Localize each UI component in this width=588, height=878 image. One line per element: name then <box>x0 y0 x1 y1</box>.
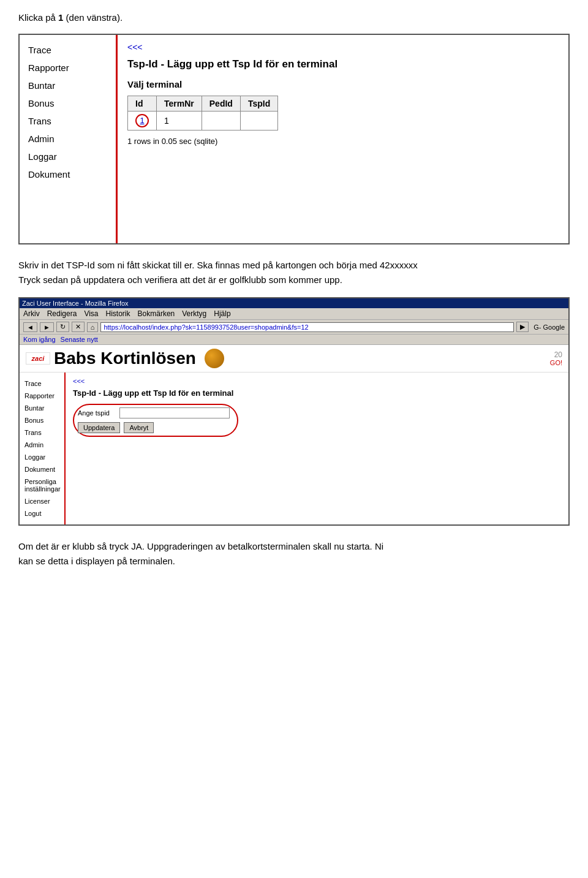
sidebar-1: Trace Rapporter Buntar Bonus Trans Admin… <box>20 35 118 243</box>
menu-verktyg[interactable]: Verktyg <box>182 309 206 318</box>
bookmark-kom-igang[interactable]: Kom igång <box>23 336 56 343</box>
zaci-logo: zaci <box>26 352 50 365</box>
browser-body: zaci Babs Kortinlösen 20 GO! Trace Rappo… <box>20 345 568 524</box>
app-name: Babs Kortinlösen <box>54 349 196 368</box>
bs-item-admin[interactable]: Admin <box>20 439 64 451</box>
section-title-1: Välj terminal <box>127 79 559 89</box>
menu-visa[interactable]: Visa <box>84 309 98 318</box>
browser-toolbar: ◄ ► ↻ ✕ ⌂ ▶ G- Google <box>20 320 568 335</box>
cell-id[interactable]: 1 <box>128 112 157 131</box>
sidebar-item-trace[interactable]: Trace <box>20 41 116 59</box>
bs-item-bonus[interactable]: Bonus <box>20 414 64 426</box>
menu-arkiv[interactable]: Arkiv <box>23 309 40 318</box>
intro-text-before: Klicka på <box>18 12 58 23</box>
app-header: zaci Babs Kortinlösen 20 GO! <box>20 345 568 373</box>
sidebar-item-rapporter[interactable]: Rapporter <box>20 59 116 77</box>
browser-sidebar: Trace Rapporter Buntar Bonus Trans Admin… <box>20 373 66 524</box>
tspid-input[interactable] <box>119 407 230 418</box>
browser-inner-layout: Trace Rapporter Buntar Bonus Trans Admin… <box>20 373 568 524</box>
row-id-link[interactable]: 1 <box>135 114 149 127</box>
footer-line1: Om det är er klubb så tryck JA. Uppgrade… <box>18 541 383 551</box>
header-right-number: 20 <box>550 350 562 359</box>
footer-line2: kan se detta i displayen på terminalen. <box>18 556 175 566</box>
bs-item-buntar[interactable]: Buntar <box>20 402 64 414</box>
main-content-1: <<< Tsp-Id - Lägg upp ett Tsp Id för en … <box>118 35 568 243</box>
col-header-termnr: TermNr <box>157 96 202 112</box>
rows-info: 1 rows in 0.05 sec (sqlite) <box>127 137 559 146</box>
header-go-label: GO! <box>550 359 562 366</box>
sidebar-item-dokument[interactable]: Dokument <box>20 165 116 183</box>
sidebar-item-bonus[interactable]: Bonus <box>20 94 116 112</box>
sidebar-item-admin[interactable]: Admin <box>20 130 116 148</box>
form-buttons: Uppdatera Avbryt <box>78 422 230 433</box>
logo-area: zaci Babs Kortinlösen <box>26 349 224 368</box>
col-header-tspid: TspId <box>240 96 277 112</box>
page-title-1: Tsp-Id - Lägg upp ett Tsp Id för en term… <box>127 58 559 70</box>
browser-title-bar: Zaci User Interface - Mozilla Firefox <box>20 298 568 308</box>
screenshot-2-browser: Zaci User Interface - Mozilla Firefox Ar… <box>18 297 570 526</box>
browser-title-text: Zaci User Interface - Mozilla Firefox <box>22 300 129 307</box>
browser-back-button[interactable]: ◄ <box>23 322 37 332</box>
bs-item-trace[interactable]: Trace <box>20 377 64 390</box>
bs-item-dokument[interactable]: Dokument <box>20 463 64 475</box>
bs-item-personliga[interactable]: Personliga inställningar <box>20 475 64 495</box>
sidebar-item-trans[interactable]: Trans <box>20 112 116 130</box>
address-bar[interactable] <box>100 322 514 332</box>
menu-redigera[interactable]: Redigera <box>47 309 77 318</box>
menu-bokmarken[interactable]: Bokmärken <box>138 309 175 318</box>
instruction-line2: Tryck sedan på uppdatera och verifiera a… <box>18 274 342 285</box>
browser-home-button[interactable]: ⌂ <box>87 322 99 332</box>
col-header-id: Id <box>128 96 157 112</box>
bs-item-loggar[interactable]: Loggar <box>20 451 64 463</box>
menu-hjalp[interactable]: Hjälp <box>214 309 230 318</box>
data-table-1: Id TermNr PedId TspId 1 1 <box>127 96 278 131</box>
col-header-pedid: PedId <box>202 96 240 112</box>
browser-bookmarks-bar: Kom igång Senaste nytt <box>20 335 568 345</box>
bs-item-logut[interactable]: Logut <box>20 507 64 520</box>
table-row: 1 1 <box>128 112 278 131</box>
sidebar-item-buntar[interactable]: Buntar <box>20 77 116 94</box>
intro-text-after: (den vänstra). <box>63 12 123 23</box>
browser-main-content: <<< Tsp-Id - Lägg upp ett Tsp Id för en … <box>66 373 568 524</box>
intro-paragraph: Klicka på 1 (den vänstra). <box>18 12 570 23</box>
bs-item-licenser[interactable]: Licenser <box>20 495 64 507</box>
browser-nav-back[interactable]: <<< <box>73 377 561 385</box>
form-label-tspid: Ange tspid <box>78 409 115 417</box>
sidebar-item-loggar[interactable]: Loggar <box>20 148 116 165</box>
cell-pedid <box>202 112 240 131</box>
form-row: Ange tspid <box>78 407 230 418</box>
browser-stop-button[interactable]: ✕ <box>72 322 85 332</box>
instruction-block: Skriv in det TSP-Id som ni fått skickat … <box>18 258 570 287</box>
cell-termnr: 1 <box>157 112 202 131</box>
screenshot-1: Trace Rapporter Buntar Bonus Trans Admin… <box>18 34 570 244</box>
footer-block: Om det är er klubb så tryck JA. Uppgrade… <box>18 539 570 569</box>
bookmark-senaste-nytt[interactable]: Senaste nytt <box>61 336 98 343</box>
menu-historik[interactable]: Historik <box>106 309 130 318</box>
instruction-line1: Skriv in det TSP-Id som ni fått skickat … <box>18 260 418 270</box>
header-right: 20 GO! <box>550 350 562 366</box>
browser-go-button[interactable]: ▶ <box>516 322 529 332</box>
bs-item-rapporter[interactable]: Rapporter <box>20 390 64 402</box>
avbryt-button[interactable]: Avbryt <box>124 422 154 433</box>
nav-back-1[interactable]: <<< <box>127 42 559 52</box>
search-label: G- Google <box>533 324 565 331</box>
browser-page-title: Tsp-Id - Lägg upp ett Tsp Id för en term… <box>73 388 561 398</box>
browser-menu-bar: Arkiv Redigera Visa Historik Bokmärken V… <box>20 308 568 320</box>
uppdatera-button[interactable]: Uppdatera <box>78 422 120 433</box>
browser-reload-button[interactable]: ↻ <box>56 322 69 332</box>
form-highlight-oval: Ange tspid Uppdatera Avbryt <box>73 404 238 437</box>
coin-icon <box>205 349 224 368</box>
browser-forward-button[interactable]: ► <box>40 322 54 332</box>
cell-tspid <box>240 112 277 131</box>
bs-item-trans[interactable]: Trans <box>20 426 64 439</box>
